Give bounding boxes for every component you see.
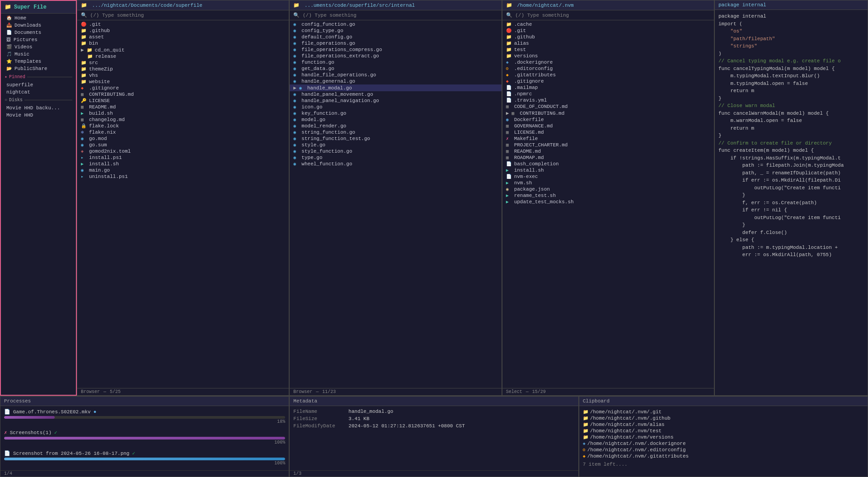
list-item[interactable]: ◉wheel_function.go xyxy=(290,161,501,167)
sidebar-item-nightcat[interactable]: nightcat xyxy=(1,89,76,96)
list-item[interactable]: ◉model.go xyxy=(290,117,501,123)
list-item[interactable]: 📁src xyxy=(77,60,289,66)
license-icon: 🔑 xyxy=(81,98,87,103)
sidebar-item-superfile[interactable]: superfile xyxy=(1,81,76,89)
list-item[interactable]: ◉model_render.go xyxy=(290,123,501,129)
sidebar-item-documents[interactable]: 📄 Documents xyxy=(1,29,76,36)
list-item[interactable]: ◉main.go xyxy=(77,167,289,173)
panel3-mode: Select xyxy=(506,389,522,394)
list-item[interactable]: ▦ROADMAP.md xyxy=(502,154,714,161)
list-item[interactable]: 📁.github xyxy=(502,34,714,40)
list-item[interactable]: ✗Makefile xyxy=(502,136,714,142)
list-item[interactable]: ◉style.go xyxy=(290,142,501,148)
sidebar-label-documents: Documents xyxy=(14,30,41,35)
list-item[interactable]: ◉default_config.go xyxy=(290,34,501,40)
sidebar-item-downloads[interactable]: 📥 Downloads xyxy=(1,22,76,29)
list-item[interactable]: ▶nvm.sh xyxy=(502,180,714,186)
sidebar-item-music[interactable]: 🎵 Music xyxy=(1,51,76,58)
sidebar-item-pictures[interactable]: 🖼 Pictures xyxy=(1,36,76,43)
list-item[interactable]: 📁vhs xyxy=(77,72,289,79)
list-item[interactable]: ◉style_function.go xyxy=(290,148,501,154)
list-item[interactable]: 📁.github xyxy=(77,28,289,34)
list-item[interactable]: 📄bash_completion xyxy=(502,161,714,167)
list-item[interactable]: ▶build.sh xyxy=(77,110,289,117)
list-item[interactable]: ◉Dockerfile xyxy=(502,117,714,123)
list-item[interactable]: ◉package.json xyxy=(502,186,714,192)
list-item[interactable]: 📁test xyxy=(502,47,714,53)
list-item[interactable]: 🔴.git xyxy=(502,28,714,34)
list-item[interactable]: ▸install.ps1 xyxy=(77,154,289,161)
list-item[interactable]: ◉get_data.go xyxy=(290,65,501,72)
sidebar-item-templates[interactable]: ⭐ Templates xyxy=(1,58,76,65)
sidebar-item-videos[interactable]: 🎬 Videos xyxy=(1,43,76,51)
editor-icon: ⚙ xyxy=(506,66,512,71)
list-item[interactable]: 📁bin xyxy=(77,40,289,47)
list-item[interactable]: ⚙.editorconfig xyxy=(502,65,714,72)
list-item[interactable]: ◉string_function.go xyxy=(290,129,501,136)
sidebar-item-publicshare[interactable]: 📂 PublicShare xyxy=(1,65,76,72)
list-item[interactable]: ▶◉handle_modal.go xyxy=(290,84,501,91)
sidebar-item-home[interactable]: 🏠 Home xyxy=(1,14,76,22)
list-item[interactable]: 🔴.git xyxy=(77,21,289,28)
list-item[interactable]: 📄.mailmap xyxy=(502,84,714,91)
list-item[interactable]: ▶rename_test.sh xyxy=(502,192,714,199)
list-item[interactable]: ◉file_operations_extract.go xyxy=(290,53,501,59)
list-item[interactable]: 📁themeZip xyxy=(77,66,289,72)
list-item[interactable]: 📄.npmrc xyxy=(502,91,714,97)
list-item[interactable]: ▸uninstall.ps1 xyxy=(77,173,289,180)
list-item[interactable]: ▦README.md xyxy=(502,148,714,154)
list-item[interactable]: ◉config_type.go xyxy=(290,28,501,34)
list-item[interactable]: ▦changelog.md xyxy=(77,117,289,123)
list-item[interactable]: ◉file_operations_compress.go xyxy=(290,47,501,53)
list-item[interactable]: 🔑LICENSE xyxy=(77,98,289,104)
disk-item-1[interactable]: Movie HHD backu... xyxy=(1,104,76,112)
list-item[interactable]: 🔒flake.lock xyxy=(77,123,289,129)
list-item[interactable]: ◉file_operations.go xyxy=(290,40,501,47)
panel3-search[interactable]: 🔍 (/) Type something xyxy=(502,10,714,20)
process-bar-bg xyxy=(4,437,285,440)
list-item[interactable]: 📁.cache xyxy=(502,21,714,28)
list-item[interactable]: ▦README.md xyxy=(77,104,289,110)
list-item[interactable]: ▶▦CONTRIBUTING.md xyxy=(502,110,714,117)
list-item[interactable]: ▦PROJECT_CHARTER.md xyxy=(502,142,714,148)
list-item[interactable]: ◈.dockerignore xyxy=(502,59,714,65)
list-item[interactable]: ◉string_function_test.go xyxy=(290,136,501,142)
panel2-search[interactable]: 🔍 (/) Type something xyxy=(290,10,501,20)
list-item[interactable]: ◆.gitattributes xyxy=(502,72,714,78)
list-item[interactable]: ◉go.sum xyxy=(77,142,289,148)
md-icon: ▦ xyxy=(506,130,512,135)
list-item[interactable]: 📁website xyxy=(77,79,289,85)
process-item-1: 📄 Game.of.Thrones.S02E02.mkv ● 18% xyxy=(4,409,285,424)
panel1-search[interactable]: 🔍 (/) Type something xyxy=(77,10,289,20)
list-item[interactable]: ◉go.mod xyxy=(77,136,289,142)
list-item[interactable]: ◈gomod2nix.toml xyxy=(77,148,289,154)
list-item[interactable]: ◉icon.go xyxy=(290,104,501,110)
list-item[interactable]: ▶📁cd_on_quit xyxy=(77,47,289,53)
list-item[interactable]: ◉config_function.go xyxy=(290,21,501,28)
list-item[interactable]: ◉handle_panel_navigation.go xyxy=(290,98,501,104)
list-item[interactable]: 📁release xyxy=(77,53,289,60)
list-item[interactable]: 📄.travis.yml xyxy=(502,97,714,103)
list-item[interactable]: ◆.gitignore xyxy=(502,78,714,84)
disk-item-2[interactable]: Movie HHD xyxy=(1,112,76,119)
list-item[interactable]: ▶install.sh xyxy=(77,161,289,167)
clip-item: 📁 /home/nightcat/.nvm/.git xyxy=(583,409,864,415)
list-item[interactable]: ❄flake.nix xyxy=(77,129,289,136)
list-item[interactable]: ◉type.go xyxy=(290,154,501,161)
list-item[interactable]: ◉handle_file_operations.go xyxy=(290,72,501,78)
list-item[interactable]: ◉key_function.go xyxy=(290,110,501,117)
list-item[interactable]: ▦CODE_OF_CONDUCT.md xyxy=(502,103,714,110)
list-item[interactable]: ▦GOVERNANCE.md xyxy=(502,123,714,129)
list-item[interactable]: 📁versions xyxy=(502,53,714,59)
list-item[interactable]: ◉handle_genernal.go xyxy=(290,78,501,84)
list-item[interactable]: ▦CONTRIBUTING.md xyxy=(77,91,289,98)
list-item[interactable]: 📁alias xyxy=(502,40,714,47)
list-item[interactable]: ▶install.sh xyxy=(502,167,714,173)
list-item[interactable]: ◆.gitignore xyxy=(77,85,289,91)
list-item[interactable]: 📄nvm-exec xyxy=(502,173,714,180)
list-item[interactable]: ◉function.go xyxy=(290,59,501,65)
list-item[interactable]: 📁asset xyxy=(77,34,289,40)
list-item[interactable]: ◉handle_panel_movement.go xyxy=(290,91,501,98)
list-item[interactable]: ▦LICENSE.md xyxy=(502,129,714,136)
list-item[interactable]: ▶update_test_mocks.sh xyxy=(502,199,714,205)
